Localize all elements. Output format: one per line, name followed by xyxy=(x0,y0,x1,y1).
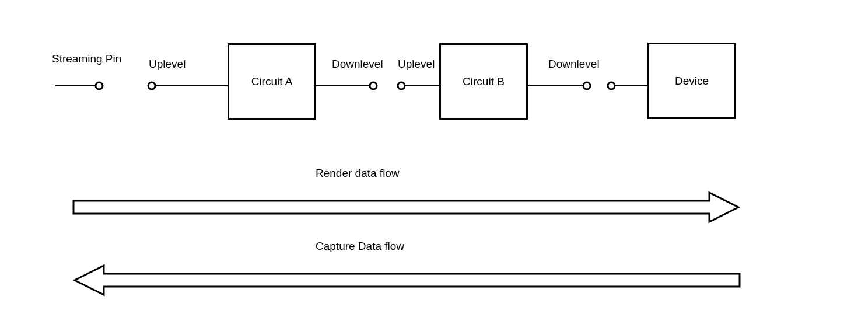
label-uplevel-1: Uplevel xyxy=(149,58,186,71)
label-downlevel-2: Downlevel xyxy=(548,58,600,71)
label-downlevel-1: Downlevel xyxy=(332,58,383,71)
label-streaming-pin: Streaming Pin xyxy=(52,53,121,65)
svg-overlay xyxy=(0,0,868,324)
box-circuit-a: Circuit A xyxy=(228,43,316,120)
svg-point-9 xyxy=(583,82,590,89)
pin-downlevel-1 xyxy=(316,82,377,89)
pin-uplevel-2 xyxy=(398,82,439,89)
diagram-canvas: Streaming Pin Uplevel Downlevel Uplevel … xyxy=(0,0,868,324)
box-circuit-b: Circuit B xyxy=(439,43,528,120)
pin-uplevel-1 xyxy=(148,82,228,89)
svg-point-2 xyxy=(148,82,155,89)
svg-point-10 xyxy=(608,82,615,89)
svg-marker-12 xyxy=(74,193,738,222)
pin-downlevel-2 xyxy=(528,82,590,89)
arrow-render-flow xyxy=(74,193,738,222)
label-uplevel-2: Uplevel xyxy=(398,58,435,71)
svg-marker-13 xyxy=(75,266,740,295)
label-capture-flow: Capture Data flow xyxy=(316,240,404,253)
label-render-flow: Render data flow xyxy=(316,167,400,180)
svg-point-6 xyxy=(398,82,405,89)
box-device-label: Device xyxy=(675,75,709,88)
box-circuit-a-label: Circuit A xyxy=(251,75,293,88)
box-circuit-b-label: Circuit B xyxy=(463,75,505,88)
pin-device-in xyxy=(608,82,648,89)
arrow-capture-flow xyxy=(75,266,740,295)
svg-point-1 xyxy=(96,82,103,89)
box-device: Device xyxy=(648,43,736,119)
pin-streaming xyxy=(55,82,103,89)
svg-point-5 xyxy=(370,82,377,89)
